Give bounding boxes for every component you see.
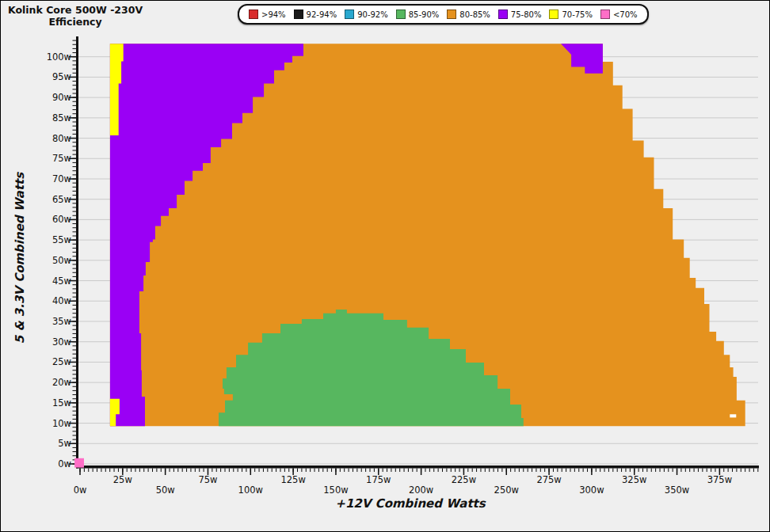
- svg-text:50w: 50w: [156, 484, 175, 496]
- svg-text:250w: 250w: [494, 484, 519, 496]
- chart-title-line2: Efficiency: [8, 16, 143, 28]
- y-axis-title: 5 & 3.3V Combined Watts: [13, 173, 27, 344]
- svg-text:65w: 65w: [52, 194, 71, 205]
- legend-label: >94%: [261, 10, 286, 19]
- svg-text:25w: 25w: [113, 474, 132, 485]
- efficiency-regions: [74, 44, 745, 467]
- legend-item: >94%: [249, 10, 286, 19]
- legend-item: 75-80%: [498, 10, 542, 19]
- legend-item: <70%: [600, 10, 638, 19]
- svg-text:20w: 20w: [52, 377, 71, 388]
- efficiency-heatmap-plot: 0w25w50w75w100w125w150w175w200w225w250w2…: [1, 1, 769, 531]
- legend-swatch-icon: [249, 10, 258, 19]
- svg-text:300w: 300w: [579, 484, 604, 496]
- legend-item: 90-92%: [345, 10, 388, 19]
- region-origin-under-70: [74, 458, 84, 468]
- svg-text:80w: 80w: [52, 133, 71, 144]
- x-axis-title: +12V Combined Watts: [335, 496, 485, 511]
- legend-label: 75-80%: [511, 10, 542, 19]
- legend-label: 70-75%: [562, 10, 593, 19]
- svg-text:35w: 35w: [52, 316, 71, 327]
- svg-text:125w: 125w: [280, 474, 305, 485]
- svg-text:0w: 0w: [74, 484, 87, 496]
- svg-text:45w: 45w: [52, 276, 71, 287]
- chart-title-line1: Kolink Core 500W -230V: [8, 4, 143, 16]
- legend-swatch-icon: [549, 10, 558, 19]
- svg-text:15w: 15w: [52, 397, 71, 408]
- svg-text:55w: 55w: [52, 234, 71, 245]
- svg-text:50w: 50w: [52, 255, 71, 266]
- region-marker-dash: [730, 414, 736, 417]
- svg-text:275w: 275w: [536, 474, 561, 485]
- legend-swatch-icon: [396, 10, 406, 19]
- svg-text:175w: 175w: [366, 474, 391, 485]
- svg-text:60w: 60w: [52, 214, 71, 225]
- svg-text:90w: 90w: [52, 92, 71, 103]
- svg-text:0w: 0w: [58, 458, 71, 469]
- legend-label: 80-85%: [459, 10, 490, 19]
- legend-item: 92-94%: [294, 10, 337, 19]
- svg-text:25w: 25w: [52, 356, 71, 367]
- svg-text:10w: 10w: [52, 418, 71, 429]
- svg-text:40w: 40w: [52, 295, 71, 306]
- svg-text:70w: 70w: [52, 173, 71, 184]
- legend-item: 70-75%: [549, 10, 593, 19]
- svg-text:100w: 100w: [238, 484, 263, 496]
- svg-text:350w: 350w: [665, 484, 689, 496]
- svg-text:85w: 85w: [52, 112, 71, 124]
- legend-swatch-icon: [294, 10, 303, 19]
- legend-item: 80-85%: [447, 10, 490, 19]
- svg-text:375w: 375w: [707, 474, 732, 485]
- legend-swatch-icon: [447, 10, 456, 19]
- legend-swatch-icon: [345, 10, 354, 19]
- legend-swatch-icon: [498, 10, 508, 19]
- legend: >94%92-94%90-92%85-90%80-85%75-80%70-75%…: [238, 4, 649, 25]
- svg-text:75w: 75w: [198, 474, 217, 485]
- efficiency-chart-window: Kolink Core 500W -230V Efficiency >94%92…: [0, 0, 770, 532]
- legend-label: 92-94%: [307, 10, 337, 19]
- legend-label: 90-92%: [357, 10, 388, 19]
- svg-text:150w: 150w: [323, 484, 348, 496]
- svg-text:30w: 30w: [52, 336, 71, 348]
- legend-swatch-icon: [600, 10, 610, 19]
- svg-text:5w: 5w: [58, 438, 71, 449]
- svg-text:200w: 200w: [409, 484, 433, 496]
- svg-text:100w: 100w: [47, 51, 71, 63]
- svg-text:225w: 225w: [452, 474, 476, 485]
- svg-text:95w: 95w: [52, 71, 71, 82]
- legend-label: <70%: [613, 10, 638, 19]
- legend-label: 85-90%: [409, 10, 440, 19]
- chart-title: Kolink Core 500W -230V Efficiency: [8, 4, 143, 28]
- legend-item: 85-90%: [396, 10, 440, 19]
- svg-text:75w: 75w: [52, 153, 71, 164]
- svg-text:325w: 325w: [622, 474, 646, 485]
